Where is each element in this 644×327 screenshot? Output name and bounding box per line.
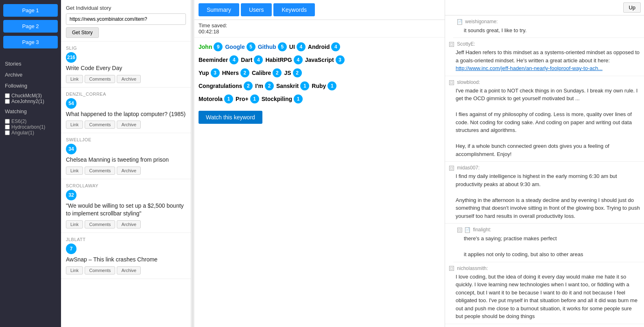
kw-name: HabitRPG [265, 57, 292, 63]
keyword-ruby[interactable]: Ruby 1 [312, 81, 336, 90]
kw-name: Github [258, 44, 276, 50]
archive-btn[interactable]: Archive [117, 121, 141, 129]
story-user-slig: SLIG [66, 46, 186, 50]
comments-btn[interactable]: Comments [85, 167, 115, 175]
keyword-pro-plus[interactable]: Pro+ 1 [236, 94, 259, 103]
kw-count: 2 [244, 81, 253, 90]
link-btn[interactable]: Link [66, 220, 83, 228]
watch-item-es6[interactable]: ES6(2) [5, 119, 56, 124]
keyword-sanskrit[interactable]: Sanskrit 1 [276, 81, 309, 90]
comment-toggle[interactable]: □ [449, 42, 454, 47]
kw-count: 4 [294, 55, 303, 64]
story-title: Chelsea Manning is tweeting from prison [66, 156, 186, 164]
slig-link-btn[interactable]: Link [66, 75, 83, 83]
page2-button[interactable]: Page 2 [3, 20, 58, 33]
comment-toggle[interactable]: □ [449, 80, 454, 85]
keyword-congratulations[interactable]: Congratulations 2 [199, 81, 253, 90]
keyword-beeminder[interactable]: Beeminder 4 [199, 55, 238, 64]
keyword-yup[interactable]: Yup 3 [199, 68, 220, 77]
link-btn[interactable]: Link [66, 266, 83, 274]
comment-item: □ nicholassmith: I love coding, but the … [445, 262, 644, 324]
get-story-section: Get Individual story Get Story [61, 0, 191, 42]
sidebar-item-archive[interactable]: Archive [3, 69, 58, 80]
keyword-habitrpg[interactable]: HabitRPG 4 [265, 55, 302, 64]
keyword-calibre[interactable]: Calibre 2 [252, 68, 282, 77]
kw-name: Ruby [312, 83, 326, 89]
slig-comments-btn[interactable]: Comments [85, 75, 115, 83]
keyword-dart[interactable]: Dart 4 [241, 55, 263, 64]
kw-name: Dart [241, 57, 252, 63]
page1-button[interactable]: Page 1 [3, 4, 58, 17]
keyword-hners[interactable]: HNers 2 [222, 68, 249, 77]
keyword-android[interactable]: Android 4 [308, 42, 341, 51]
kw-count: 1 [250, 94, 259, 103]
kw-count: 1 [224, 94, 233, 103]
comment-toggle[interactable]: □ [449, 266, 454, 271]
comment-toggle[interactable]: □ [449, 166, 454, 171]
watch-item-hydrocarbon[interactable]: Hydrocarbon(1) [5, 124, 56, 130]
story-actions-slig: Link Comments Archive [66, 75, 186, 83]
story-title-slig: Write Code Every Day [66, 64, 186, 72]
comment-author: □ slowblood: [449, 79, 640, 85]
tabs-row: Summary Users Keywords [194, 0, 445, 20]
sidebar-item-following[interactable]: Following [3, 80, 58, 91]
kw-name: JS [284, 70, 291, 76]
tab-users[interactable]: Users [241, 3, 272, 16]
following-item-acejohnny[interactable]: AceJohnny2(1) [5, 99, 56, 104]
keyword-im[interactable]: I'm 2 [255, 81, 274, 90]
tab-keywords[interactable]: Keywords [273, 3, 314, 16]
keyword-stockpiling[interactable]: Stockpiling 1 [262, 94, 303, 103]
archive-btn[interactable]: Archive [117, 266, 141, 274]
watch-keyword-button[interactable]: Watch this keyword [199, 111, 262, 124]
story-actions: Link Comments Archive [66, 220, 186, 228]
comments-toolbar: Up [445, 0, 644, 15]
slig-archive-btn[interactable]: Archive [117, 75, 141, 83]
keyword-javascript[interactable]: JavaScript 3 [305, 55, 345, 64]
up-button[interactable]: Up [623, 2, 641, 13]
kw-name: Calibre [252, 70, 271, 76]
page3-button[interactable]: Page 3 [3, 36, 58, 48]
keyword-john[interactable]: John 9 [199, 42, 223, 51]
get-story-button[interactable]: Get Story [66, 27, 99, 38]
kw-count: 3 [336, 55, 345, 64]
tab-summary[interactable]: Summary [199, 3, 239, 16]
link-btn[interactable]: Link [66, 167, 83, 175]
story-title: What happened to the laptop computer? (1… [66, 110, 186, 119]
comment-text: I love coding, but the idea of doing it … [456, 273, 640, 320]
comments-btn[interactable]: Comments [85, 266, 115, 274]
kw-name: UI [289, 44, 295, 50]
story-badge: 7 [66, 244, 76, 254]
keyword-github[interactable]: Github 5 [258, 42, 287, 51]
comment-toggle[interactable]: □ [457, 228, 462, 233]
comments-panel: Up 📄 weishigoname: it sounds great, I li… [445, 0, 644, 327]
keyword-motorola[interactable]: Motorola 1 [199, 94, 233, 103]
stories-panel: Get Individual story Get Story SLIG 216 … [61, 0, 191, 327]
story-user: DENZIL_CORREA [66, 92, 186, 97]
kw-count: 4 [297, 42, 306, 51]
comment-link[interactable]: http://www.inc.com/jeff-haden/an-nearly-… [456, 65, 603, 71]
archive-btn[interactable]: Archive [117, 167, 141, 175]
story-badge: 54 [66, 98, 76, 109]
archive-btn[interactable]: Archive [117, 220, 141, 228]
comments-btn[interactable]: Comments [85, 220, 115, 228]
comment-item: □ 📄 finalight: there's a saying; practis… [453, 224, 644, 262]
list-item: SCROLLAWAY 32 "We would be willing to se… [61, 179, 191, 233]
link-btn[interactable]: Link [66, 121, 83, 129]
following-item-chuckmcm[interactable]: ChuckMcM(3) [5, 93, 56, 99]
keyword-js[interactable]: JS 2 [284, 68, 301, 77]
keyword-google[interactable]: Google 5 [225, 42, 255, 51]
kw-count: 1 [300, 81, 309, 90]
comment-item: □ midas007: I find my daily intelligence… [445, 162, 644, 224]
kw-name: Beeminder [199, 57, 228, 63]
keywords-row-4: Motorola 1 Pro+ 1 Stockpiling 1 [199, 94, 441, 103]
story-url-input[interactable] [66, 13, 186, 25]
comments-btn[interactable]: Comments [85, 121, 115, 129]
watch-item-angular[interactable]: Angular(1) [5, 130, 56, 136]
keyword-ui[interactable]: UI 4 [289, 42, 306, 51]
kw-count: 4 [229, 55, 238, 64]
sidebar-item-stories[interactable]: Stories [3, 58, 58, 69]
keywords-row-0: John 9 Google 5 Github 5 UI 4 Android 4 [199, 42, 441, 51]
kw-name: JavaScript [305, 57, 334, 63]
story-user: SWELLJOE [66, 137, 186, 142]
keywords-area: John 9 Google 5 Github 5 UI 4 Android 4 [194, 37, 445, 327]
